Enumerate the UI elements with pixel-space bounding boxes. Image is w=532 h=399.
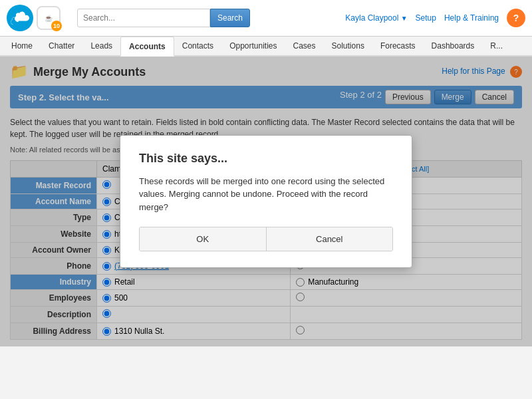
modal-body: These records will be merged into one re… [139, 175, 393, 214]
page-content: 📁 Merge My Accounts Help for this Page ?… [0, 57, 532, 346]
nav-chatter[interactable]: Chatter [41, 36, 82, 56]
help-training-link[interactable]: Help & Training [444, 13, 499, 23]
modal-dialog: This site says... These records will be … [120, 135, 412, 269]
nav-accounts[interactable]: Accounts [120, 37, 174, 57]
nav-home[interactable]: Home [3, 36, 41, 56]
nav-contacts[interactable]: Contacts [174, 36, 221, 56]
search-input[interactable] [77, 9, 210, 27]
modal-title: This site says... [139, 152, 393, 166]
logo-area: ☕ 10 [7, 5, 61, 31]
notification-icon[interactable]: ? [507, 9, 525, 27]
nav-cases[interactable]: Cases [285, 36, 324, 56]
salesforce-logo[interactable] [7, 5, 33, 31]
setup-link[interactable]: Setup [416, 13, 436, 23]
nav-solutions[interactable]: Solutions [324, 36, 372, 56]
nav-bar: Home Chatter Leads Accounts Contacts Opp… [0, 37, 532, 57]
header-right: Kayla Claypool ▼ Setup Help & Training ? [345, 9, 525, 27]
header: ☕ 10 Search Kayla Claypool ▼ Setup Help … [0, 0, 532, 37]
modal-buttons: OK Cancel [139, 227, 393, 251]
nav-leads[interactable]: Leads [82, 36, 120, 56]
search-button[interactable]: Search [210, 9, 250, 27]
chevron-down-icon: ▼ [401, 15, 408, 22]
notification-badge: 10 [51, 21, 62, 31]
nav-forecasts[interactable]: Forecasts [372, 36, 424, 56]
search-area: Search [77, 9, 335, 27]
nav-more[interactable]: R... [482, 36, 511, 56]
user-name[interactable]: Kayla Claypool ▼ [345, 13, 407, 23]
nav-dashboards[interactable]: Dashboards [424, 36, 483, 56]
nav-opportunities[interactable]: Opportunities [221, 36, 285, 56]
app-logo[interactable]: ☕ 10 [37, 6, 61, 30]
modal-cancel-button[interactable]: Cancel [267, 227, 393, 251]
modal-ok-button[interactable]: OK [140, 227, 267, 251]
modal-overlay: This site says... These records will be … [0, 57, 532, 346]
